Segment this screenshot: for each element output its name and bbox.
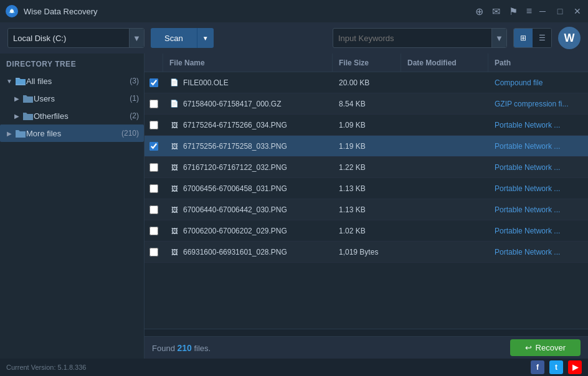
table-row[interactable]: 🖼 67175256-67175258_033.PNG 1.19 KB Port…: [145, 136, 588, 157]
col-header-size[interactable]: File Size: [333, 54, 401, 72]
filepath-1: Compound file: [488, 78, 588, 87]
filename-5: 🖼 67167120-67167122_032.PNG: [163, 162, 333, 172]
filesize-1: 20.00 KB: [333, 78, 401, 87]
sidebar-item-allfiles[interactable]: ▼ All files (3): [0, 72, 144, 90]
otherfiles-count: (2): [130, 111, 139, 120]
found-count: 210: [177, 343, 191, 353]
maximize-button[interactable]: □: [554, 6, 566, 17]
filesize-3: 1.09 KB: [333, 121, 401, 129]
table-row[interactable]: 🖼 67006456-67006458_031.PNG 1.13 KB Port…: [145, 178, 588, 199]
folder-icon-otherfiles: [22, 110, 34, 121]
keyword-input[interactable]: [333, 34, 491, 43]
file-list-container: File Name File Size Date Modified Path 📄…: [145, 54, 588, 359]
pin-icon[interactable]: ⊕: [475, 6, 483, 17]
filesize-8: 1.02 KB: [333, 227, 401, 235]
user-avatar[interactable]: W: [558, 27, 581, 49]
row-checkbox-1[interactable]: [149, 78, 158, 87]
table-row[interactable]: 🖼 67167120-67167122_032.PNG 1.22 KB Port…: [145, 157, 588, 178]
horizontal-scrollbar[interactable]: [145, 329, 588, 336]
scan-wrapper: Scan ▼: [151, 28, 214, 48]
file-icon-6: 🖼: [169, 184, 179, 194]
folder-open-icon: [15, 75, 26, 87]
table-row[interactable]: 🖼 67006200-67006202_029.PNG 1.02 KB Port…: [145, 220, 588, 242]
sidebar-item-morefiles[interactable]: ▶ More files (210): [0, 125, 144, 142]
minimize-button[interactable]: ─: [537, 6, 548, 17]
col-header-filename[interactable]: File Name: [163, 54, 333, 72]
scan-button[interactable]: Scan: [151, 28, 197, 48]
sidebar: Directory Tree ▼ All files (3) ▶ Users (…: [0, 54, 145, 359]
row-checkbox-4[interactable]: [149, 142, 158, 151]
col-header-path[interactable]: Path: [488, 54, 588, 72]
row-checkbox-5[interactable]: [149, 163, 158, 172]
file-icon-7: 🖼: [169, 205, 179, 215]
bottom-bar: Current Version: 5.1.8.336 f t ▶: [0, 359, 588, 376]
status-bar: Found 210 files. ↩ Recover: [145, 336, 588, 359]
keyword-dropdown-arrow-icon[interactable]: ▼: [491, 29, 506, 47]
table-row[interactable]: 📄 FILE000.OLE 20.00 KB Compound file: [145, 72, 588, 93]
recover-button[interactable]: ↩ Recover: [510, 339, 581, 356]
found-text: Found 210 files.: [152, 343, 510, 353]
flag-icon[interactable]: ⚑: [509, 6, 518, 17]
folder-icon-morefiles: [15, 128, 26, 139]
filesize-5: 1.22 KB: [333, 163, 401, 172]
app-title: Wise Data Recovery: [24, 7, 475, 16]
filesize-9: 1,019 Bytes: [333, 248, 401, 256]
row-checkbox-2[interactable]: [149, 100, 158, 108]
filename-3: 🖼 67175264-67175266_034.PNG: [163, 120, 333, 130]
filesize-2: 8.54 KB: [333, 100, 401, 108]
recover-icon: ↩: [525, 343, 532, 352]
drive-select[interactable]: Local Disk (C:) Local Disk (D:) Local Di…: [8, 34, 129, 43]
file-list: 📄 FILE000.OLE 20.00 KB Compound file 📄 6…: [145, 72, 588, 329]
filename-4: 🖼 67175256-67175258_033.PNG: [163, 141, 333, 151]
filename-1: 📄 FILE000.OLE: [163, 78, 333, 88]
filesize-6: 1.13 KB: [333, 184, 401, 193]
sidebar-item-users[interactable]: ▶ Users (1): [0, 90, 144, 107]
file-icon-5: 🖼: [169, 162, 179, 172]
view-grid-button[interactable]: ⊞: [514, 29, 533, 47]
app-logo: [5, 4, 19, 18]
expand-icon-otherfiles: ▶: [12, 111, 21, 120]
table-row[interactable]: 🖼 67006440-67006442_030.PNG 1.13 KB Port…: [145, 199, 588, 220]
file-icon-8: 🖼: [169, 226, 179, 236]
folder-icon-users: [22, 93, 34, 104]
scan-dropdown-button[interactable]: ▼: [197, 28, 214, 48]
row-checkbox-6[interactable]: [149, 184, 158, 193]
main-content: Directory Tree ▼ All files (3) ▶ Users (…: [0, 54, 588, 359]
row-checkbox-8[interactable]: [149, 227, 158, 235]
keyword-wrapper[interactable]: ▼: [333, 28, 507, 48]
col-header-date[interactable]: Date Modified: [401, 54, 488, 72]
row-checkbox-9[interactable]: [149, 248, 158, 256]
view-list-button[interactable]: ☰: [533, 29, 551, 47]
filename-2: 📄 67158400-67158417_000.GZ: [163, 99, 333, 109]
filepath-3: Portable Network ...: [488, 121, 588, 129]
filename-8: 🖼 67006200-67006202_029.PNG: [163, 226, 333, 236]
youtube-icon[interactable]: ▶: [568, 360, 582, 374]
menu-icon[interactable]: ≡: [526, 6, 532, 17]
title-bar: Wise Data Recovery ⊕ ✉ ⚑ ≡ ─ □ ✕: [0, 0, 588, 22]
filepath-5: Portable Network ...: [488, 163, 588, 172]
row-checkbox-3[interactable]: [149, 121, 158, 129]
drive-dropdown-arrow-icon[interactable]: ▼: [129, 29, 144, 47]
filepath-9: Portable Network ...: [488, 248, 588, 256]
expand-icon-users: ▶: [12, 94, 21, 103]
sidebar-item-otherfiles[interactable]: ▶ Otherfiles (2): [0, 107, 144, 125]
close-button[interactable]: ✕: [572, 6, 583, 17]
filepath-6: Portable Network ...: [488, 184, 588, 193]
twitter-icon[interactable]: t: [549, 360, 563, 374]
view-toggle: ⊞ ☰: [513, 28, 552, 48]
expand-icon-morefiles: ▶: [5, 129, 14, 138]
email-icon[interactable]: ✉: [492, 6, 500, 17]
filesize-7: 1.13 KB: [333, 205, 401, 214]
table-row[interactable]: 📄 67158400-67158417_000.GZ 8.54 KB GZIP …: [145, 93, 588, 115]
sidebar-header: Directory Tree: [0, 57, 144, 72]
file-icon-3: 🖼: [169, 120, 179, 130]
drive-select-wrapper[interactable]: Local Disk (C:) Local Disk (D:) Local Di…: [7, 28, 145, 48]
filesize-4: 1.19 KB: [333, 142, 401, 151]
allfiles-count: (3): [130, 77, 139, 85]
row-checkbox-7[interactable]: [149, 205, 158, 214]
facebook-icon[interactable]: f: [531, 360, 544, 374]
window-controls: ─ □ ✕: [537, 6, 583, 17]
table-row[interactable]: 🖼 67175264-67175266_034.PNG 1.09 KB Port…: [145, 115, 588, 136]
filepath-2: GZIP compression fi...: [488, 100, 588, 108]
table-row[interactable]: 🖼 66931600-66931601_028.PNG 1,019 Bytes …: [145, 242, 588, 263]
